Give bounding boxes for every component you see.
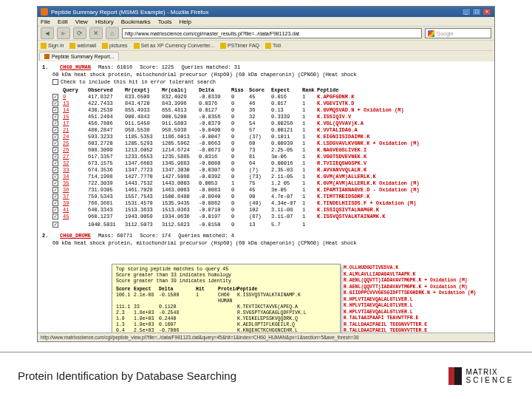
menu-help[interactable]: Help	[179, 18, 191, 25]
menu-bookmarks[interactable]: Bookmarks	[121, 18, 151, 25]
row-checkbox[interactable]: ✓	[52, 174, 58, 180]
bookmark-item[interactable]: pictures	[102, 43, 128, 49]
mass-label: Mass: 60771	[98, 233, 132, 239]
table-row: ✓37759.53431557.75431500.8480-0.09400904…	[52, 194, 490, 200]
query-link[interactable]: 24	[63, 134, 69, 140]
table-row: ✓24593.32331185.53531186.6013-0.00470(37…	[52, 134, 490, 140]
bookmark-item[interactable]: Set as XP Currency Converter...	[134, 43, 214, 49]
row-checkbox[interactable]: ✓	[52, 100, 58, 106]
home-button[interactable]: ⌂	[106, 27, 119, 39]
query-link[interactable]: 34	[63, 174, 69, 180]
row-checkbox[interactable]: ✓	[52, 154, 58, 160]
query-link[interactable]: 41	[63, 207, 69, 213]
accession-link[interactable]: CH60_DROME	[60, 233, 91, 239]
table-row: ✓36731.93051461.70281463.0083-0.00830453…	[52, 187, 490, 194]
query-link[interactable]: 35	[63, 180, 69, 186]
query-link[interactable]: 32	[63, 160, 69, 166]
table-row: ✓17456.7806911.5459911.5803-0.03790540.0…	[52, 120, 490, 127]
row-checkbox[interactable]: ✓	[52, 222, 58, 228]
side-peptide: K.HPLVTIAEVQALALGTLVER.L	[344, 303, 491, 310]
menubar: File Edit View History Bookmarks Tools H…	[38, 17, 494, 26]
tooltip-popup: Top scoring peptide matches to query 45 …	[112, 264, 341, 332]
row-checkbox[interactable]: ✓	[52, 187, 58, 193]
close-button[interactable]: ×	[482, 8, 491, 16]
row-checkbox[interactable]: ✓	[52, 134, 58, 140]
menu-view[interactable]: View	[75, 18, 88, 25]
bookmark-item[interactable]: PSTimer FAQ	[220, 43, 259, 49]
query-link[interactable]: 9	[63, 94, 66, 100]
query-link[interactable]: 25	[63, 140, 69, 146]
logo-mark-icon	[449, 367, 462, 385]
menu-tools[interactable]: Tools	[158, 18, 172, 25]
table-row: ✓33674.35361347.77231347.3030-0.03070(7)…	[52, 167, 490, 174]
query-link[interactable]: 21	[63, 127, 69, 133]
table-row: ✓35722.30391443.75321443.00030.00531751.…	[52, 180, 490, 187]
row-checkbox[interactable]: ✓	[52, 180, 58, 186]
query-link[interactable]: 15	[63, 114, 69, 120]
score-label: Score: 174	[140, 233, 171, 239]
error-tolerant-checkbox[interactable]	[52, 79, 58, 85]
query-link[interactable]: 27	[63, 154, 69, 160]
menu-edit[interactable]: Edit	[58, 18, 68, 25]
row-checkbox[interactable]: ✓	[52, 194, 58, 200]
query-link[interactable]: 17	[63, 120, 69, 126]
bookmark-item[interactable]: Tidi	[265, 43, 281, 49]
bookmark-icon	[134, 43, 140, 49]
bookmark-item[interactable]: webmail	[69, 43, 96, 49]
menu-file[interactable]: File	[41, 18, 50, 25]
url-bar[interactable]: http://www.matrixscience.com/cgi/master_…	[122, 28, 422, 38]
row-checkbox[interactable]: ✓	[52, 114, 58, 120]
tab-active[interactable]: Peptide Summary Report...	[39, 52, 119, 61]
row-checkbox[interactable]: ✓	[52, 147, 58, 153]
back-button[interactable]: ◄	[41, 27, 54, 39]
google-icon	[428, 30, 434, 37]
query-link[interactable]: 13	[63, 100, 69, 106]
query-link[interactable]: 14	[63, 107, 69, 113]
side-peptide: K.TALTAAIPAAFI TEAVWTTFR.E	[344, 316, 491, 322]
row-checkbox[interactable]: ✓	[52, 94, 58, 100]
forward-button[interactable]: ►	[57, 27, 70, 39]
table-row: ✓39766.36811531.45791535.9435-0.08620(49…	[52, 200, 490, 207]
row-checkbox[interactable]: ✓	[52, 140, 58, 146]
table-row: ✓41640.33431513.36331513.0363-0.07100102…	[52, 207, 490, 214]
row-checkbox[interactable]: ✓	[52, 214, 58, 219]
bookmark-icon	[102, 43, 108, 49]
maximize-button[interactable]: □	[472, 8, 481, 16]
table-header: Query Observed Mr(expt) Mr(calc) Delta M…	[52, 87, 490, 93]
browser-window: Peptide Summary Report (MSMS Example) - …	[37, 6, 495, 342]
bookmark-item[interactable]: Sign in	[41, 43, 64, 49]
row-checkbox[interactable]: ✓	[52, 127, 58, 133]
table-row: ✓26608.30991213.60521214.6724-0.06730732…	[52, 147, 490, 154]
menu-history[interactable]: History	[95, 18, 114, 25]
query-link[interactable]: 33	[63, 167, 69, 173]
checkbox-label: Check to include this hit in error toler…	[61, 79, 216, 85]
query-link[interactable]: 36	[63, 187, 69, 193]
query-link[interactable]: 39	[63, 200, 69, 206]
search-box[interactable]: Google	[425, 28, 491, 38]
mass-label: Mass: 61016	[98, 64, 132, 70]
query-link[interactable]: 37	[63, 194, 69, 200]
stop-button[interactable]: ✕	[89, 27, 103, 39]
protein-description: 60 kDa heat shock protein, mitochondrial…	[52, 240, 490, 246]
query-link[interactable]: 45	[63, 214, 69, 219]
row-checkbox[interactable]: ✓	[52, 207, 58, 213]
row-checkbox[interactable]: ✓	[52, 120, 58, 126]
reload-button[interactable]: ⟳	[73, 27, 86, 39]
accession-link[interactable]: CH60_HUMAN	[60, 64, 91, 70]
row-checkbox[interactable]: ✓	[52, 107, 58, 113]
query-link[interactable]: 26	[63, 147, 69, 153]
hit-number: 1.	[42, 64, 52, 70]
firefox-icon	[41, 8, 48, 16]
bookmark-icon	[41, 43, 47, 49]
row-checkbox[interactable]: ✓	[52, 167, 58, 173]
status-bar: http://www.matrixscience.com/cgi/peptide…	[38, 332, 494, 341]
table-row: ✓14430.2539855.4933855.48130.01270360.13…	[52, 107, 490, 114]
tab-icon	[44, 54, 50, 59]
table-row: ✓27617.33571233.65531235.58850.03160813e…	[52, 154, 490, 160]
row-checkbox[interactable]: ✓	[52, 160, 58, 166]
score-label: Score: 1225	[140, 64, 174, 70]
row-checkbox[interactable]: ✓	[52, 200, 58, 206]
minimize-button[interactable]: _	[462, 8, 471, 16]
side-peptide: K.GIIDPPCVVVGESGIDFTTSEGHDRK.N + Oxidati…	[344, 290, 491, 297]
slide-footer: Protein Identification by Database Searc…	[0, 352, 532, 399]
